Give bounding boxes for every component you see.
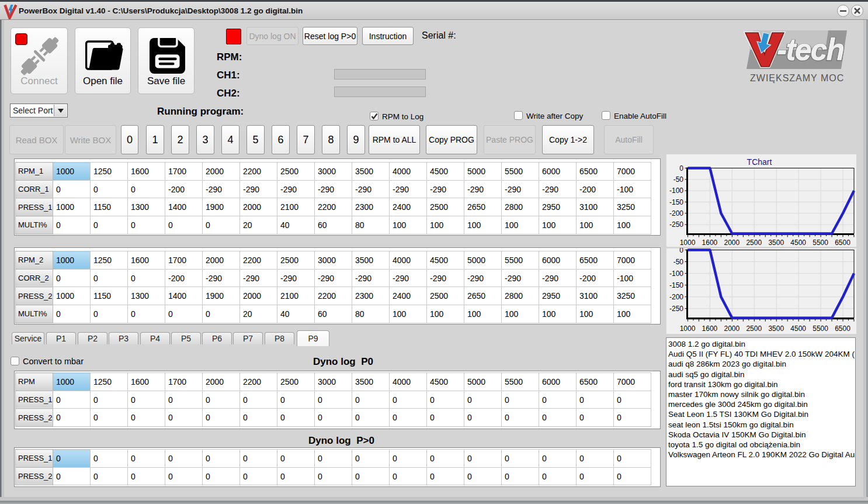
svg-text:-50: -50 xyxy=(673,258,684,266)
svg-text:-200: -200 xyxy=(669,209,683,218)
svg-text:4500: 4500 xyxy=(790,325,806,333)
svg-text:-100: -100 xyxy=(669,187,683,195)
svg-text:5500: 5500 xyxy=(813,239,828,247)
svg-text:2500: 2500 xyxy=(746,239,762,247)
svg-text:2500: 2500 xyxy=(746,325,762,333)
svg-text:-100: -100 xyxy=(669,270,683,278)
svg-text:-50: -50 xyxy=(673,175,684,184)
svg-text:TChart: TChart xyxy=(747,157,772,167)
svg-text:3500: 3500 xyxy=(768,239,784,247)
svg-text:-250: -250 xyxy=(669,220,683,229)
svg-text:0: 0 xyxy=(679,248,683,254)
svg-text:-200: -200 xyxy=(669,293,683,301)
svg-text:1600: 1600 xyxy=(702,325,718,333)
svg-text:1000: 1000 xyxy=(680,325,696,333)
svg-text:0: 0 xyxy=(679,164,683,172)
svg-text:4500: 4500 xyxy=(790,239,806,247)
svg-text:2000: 2000 xyxy=(724,325,740,333)
svg-text:1000: 1000 xyxy=(680,239,696,247)
svg-text:6500: 6500 xyxy=(835,325,850,333)
svg-text:-250: -250 xyxy=(669,305,683,313)
svg-text:-150: -150 xyxy=(669,198,683,206)
svg-text:6500: 6500 xyxy=(835,239,850,247)
svg-text:-tech: -tech xyxy=(777,32,843,66)
svg-text:3500: 3500 xyxy=(768,325,784,333)
svg-text:1600: 1600 xyxy=(702,239,718,247)
svg-text:5500: 5500 xyxy=(813,325,828,333)
svg-text:-150: -150 xyxy=(669,281,683,289)
svg-text:ZWIĘKSZAMY MOC: ZWIĘKSZAMY MOC xyxy=(750,73,844,83)
svg-text:2000: 2000 xyxy=(724,239,740,247)
